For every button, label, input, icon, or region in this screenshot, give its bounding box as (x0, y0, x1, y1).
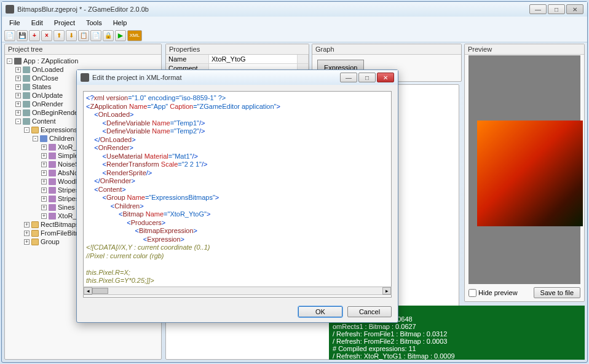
scroll-left-icon[interactable]: ◂ (84, 287, 92, 295)
console-line: / Refresh: FromFile2 : Bitmap : 0.0003 (333, 338, 581, 345)
tree-toggle-icon[interactable]: + (24, 231, 30, 236)
console-line: # Compiled expressions: 11 (333, 345, 581, 352)
tool-bar: + × ▶ XML (2, 29, 587, 42)
tree-toggle-icon[interactable]: + (41, 179, 47, 184)
modal-maximize-button[interactable]: □ (358, 73, 376, 82)
tree-toggle-icon[interactable]: + (24, 239, 30, 245)
tree-toggle-icon[interactable]: + (41, 213, 47, 219)
cancel-button[interactable]: Cancel (347, 306, 392, 317)
menu-help[interactable]: Help (108, 18, 132, 28)
scroll-right-icon[interactable]: ▸ (382, 287, 391, 295)
tree-item-label: Group (41, 237, 60, 246)
tree-item-label: App : ZApplication (23, 57, 78, 65)
delete-icon[interactable]: × (41, 30, 52, 41)
tree-item-label: OnLoaded (32, 65, 63, 74)
preview-header: Preview (465, 44, 584, 55)
xml-editor-dialog: Edit the project in XML-format — □ ✕ <?x… (76, 69, 398, 323)
tree-node-icon (14, 58, 22, 65)
tree-toggle-icon[interactable]: + (15, 76, 21, 81)
main-title-bar: BitmapsBlur.zgeproj * - ZGameEditor 2.0.… (2, 2, 587, 17)
tree-node-icon (49, 152, 56, 159)
tree-node-icon (31, 239, 39, 245)
tree-node-icon (49, 204, 56, 211)
tree-node-icon (31, 127, 39, 133)
move-up-icon[interactable] (53, 30, 65, 41)
window-title: BitmapsBlur.zgeproj * - ZGameEditor 2.0.… (17, 6, 529, 13)
tree-node-icon (23, 66, 30, 73)
save-to-file-button[interactable]: Save to file (534, 287, 580, 298)
tree-node-icon (23, 118, 30, 125)
tree-item-label: OnUpdate (32, 91, 63, 100)
ok-button[interactable]: OK (298, 306, 342, 317)
new-icon[interactable] (4, 30, 15, 41)
paste-icon[interactable] (90, 30, 101, 41)
tree-toggle-icon[interactable]: + (41, 188, 47, 193)
tree-toggle-icon[interactable]: + (15, 84, 21, 90)
tree-toggle-icon[interactable]: + (41, 196, 47, 202)
app-icon (6, 5, 14, 14)
tree-node-icon (23, 92, 30, 99)
minimize-button[interactable]: — (529, 4, 547, 14)
tree-node-icon (23, 109, 30, 116)
tree-toggle-icon[interactable]: + (15, 67, 21, 73)
tree-toggle-icon[interactable]: + (24, 222, 30, 228)
tree-toggle-icon[interactable]: - (33, 136, 38, 141)
console-line: omRects1 : Bitmap : 0.0627 (333, 323, 581, 330)
menu-tools[interactable]: Tools (81, 18, 107, 28)
tree-toggle-icon[interactable]: + (41, 205, 47, 210)
console-line: / Refresh: FromFile1 : Bitmap : 0.0312 (333, 330, 581, 338)
tree-item[interactable]: -App : ZApplication (7, 57, 159, 65)
copy-icon[interactable] (78, 30, 89, 41)
tree-node-icon (23, 84, 30, 90)
menu-file[interactable]: File (4, 18, 25, 28)
hide-preview-checkbox[interactable]: Hide preview (468, 289, 518, 297)
preview-canvas (468, 55, 580, 284)
prop-label: Name (166, 55, 209, 64)
close-button[interactable]: ✕ (566, 4, 583, 14)
prop-value[interactable]: XtoR_YtoG (209, 55, 298, 64)
lock-icon[interactable] (103, 30, 114, 41)
project-tree-header: Project tree (5, 44, 161, 55)
tree-toggle-icon[interactable]: + (41, 153, 47, 159)
tree-node-icon (49, 213, 56, 220)
tree-toggle-icon[interactable]: + (15, 101, 21, 107)
horizontal-scrollbar[interactable]: ◂ ▸ (83, 287, 392, 295)
tree-toggle-icon[interactable]: + (15, 93, 21, 98)
menu-edit[interactable]: Edit (26, 18, 48, 28)
tree-toggle-icon[interactable]: + (41, 162, 47, 167)
tree-node-icon (40, 135, 47, 142)
tree-toggle-icon[interactable]: - (24, 127, 30, 133)
menu-bar: FileEditProjectToolsHelp (2, 17, 587, 29)
add-icon[interactable]: + (29, 30, 40, 41)
scroll-thumb[interactable] (92, 288, 108, 294)
tree-item-label: OnRender (32, 100, 63, 108)
run-icon[interactable]: ▶ (115, 30, 126, 41)
tree-toggle-icon[interactable]: - (7, 58, 12, 64)
xml-icon[interactable]: XML (127, 30, 142, 41)
modal-title: Edit the project in XML-format (92, 74, 340, 81)
tree-node-icon (49, 196, 56, 202)
prop-dropdown-icon[interactable] (298, 55, 309, 64)
maximize-button[interactable]: □ (548, 4, 565, 14)
save-icon[interactable] (17, 30, 28, 41)
modal-minimize-button[interactable]: — (340, 73, 357, 82)
tree-toggle-icon[interactable]: + (15, 110, 21, 116)
tree-node-icon (23, 101, 30, 108)
modal-icon (81, 73, 89, 82)
preview-panel: Preview Hide preview Save to file (464, 44, 585, 302)
move-down-icon[interactable] (66, 30, 77, 41)
tree-node-icon (49, 170, 56, 176)
modal-title-bar: Edit the project in XML-format — □ ✕ (77, 70, 398, 85)
tree-toggle-icon[interactable]: - (15, 119, 21, 124)
xml-text-area[interactable]: <?xml version="1.0" encoding="iso-8859-1… (83, 91, 392, 298)
tree-toggle-icon[interactable]: + (41, 144, 47, 150)
tree-node-icon (49, 161, 56, 168)
tree-item-label: Children (49, 134, 74, 143)
menu-project[interactable]: Project (49, 18, 80, 28)
tree-toggle-icon[interactable]: + (41, 170, 47, 176)
graph-header: Graph (312, 44, 461, 55)
properties-header: Properties (166, 44, 309, 55)
tree-node-icon (23, 75, 30, 82)
tree-node-icon (31, 230, 39, 237)
modal-close-button[interactable]: ✕ (377, 73, 394, 82)
